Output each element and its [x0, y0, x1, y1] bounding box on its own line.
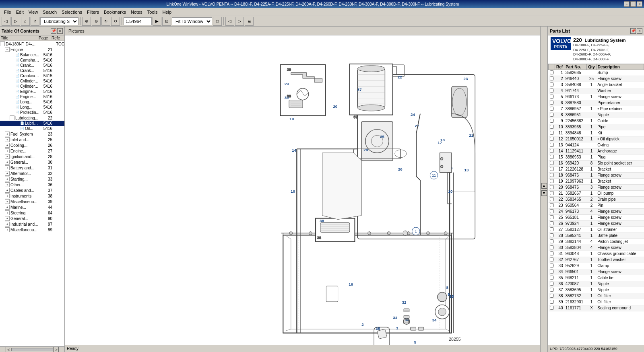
row-checkbox[interactable]	[549, 233, 555, 239]
toc-item[interactable]: +Starting...33	[0, 176, 64, 182]
table-row[interactable]: 32 942767 1 Toothed washer	[549, 257, 644, 263]
table-row[interactable]: 17 21226128 1 Bracket	[549, 166, 644, 172]
toc-item[interactable]: 📄Long...5416	[0, 105, 64, 110]
row-checkbox[interactable]	[549, 118, 555, 124]
toc-item[interactable]: 📄Lubricati...5416	[0, 121, 64, 126]
toc-item[interactable]: 📄Crank...5416	[0, 68, 64, 73]
tree-expander[interactable]: +	[5, 199, 10, 204]
row-checkbox[interactable]	[549, 269, 555, 275]
row-checkbox[interactable]	[549, 287, 555, 293]
refresh-button[interactable]: ↺	[31, 17, 39, 26]
row-checkbox[interactable]	[549, 226, 555, 233]
row-checkbox[interactable]	[549, 112, 555, 118]
toc-item[interactable]: 📄Cylinder...5416	[0, 84, 64, 89]
menu-tools[interactable]: Tools	[145, 9, 160, 15]
tree-expander[interactable]: +	[5, 165, 10, 170]
tree-expander[interactable]: +	[5, 143, 10, 148]
menu-selections[interactable]: Selections	[59, 9, 85, 15]
table-row[interactable]: 35 948211 1 Cable tie	[549, 275, 644, 281]
prev-page-button[interactable]: ◁	[225, 17, 234, 26]
tree-expander[interactable]: +	[5, 193, 10, 198]
table-row[interactable]: 12 21650012 1 • Oil dipstick	[549, 136, 644, 142]
tree-expander[interactable]: +	[5, 177, 10, 181]
row-checkbox[interactable]	[549, 106, 555, 112]
menu-filters[interactable]: Filters	[85, 9, 101, 15]
parts-tbody[interactable]: 1 3582685 Sump 2 946440 25 Flange screw …	[549, 70, 644, 311]
table-row[interactable]: 33 952629 1 Clamp	[549, 263, 644, 269]
table-row[interactable]: 27 3583127 1 Oil strainer	[549, 226, 644, 233]
table-row[interactable]: 2 946440 25 Flange screw	[549, 76, 644, 82]
toc-item[interactable]: +Fuel System23	[0, 131, 64, 137]
tree-expander[interactable]: +	[5, 137, 10, 142]
row-checkbox[interactable]	[549, 281, 555, 287]
row-checkbox[interactable]	[549, 142, 555, 148]
table-row[interactable]: 23 950564 2 Pin	[549, 202, 644, 208]
row-checkbox[interactable]	[549, 124, 555, 130]
row-checkbox[interactable]	[549, 299, 555, 305]
tree-expander[interactable]: +	[5, 205, 10, 210]
row-checkbox[interactable]	[549, 166, 555, 172]
parts-table-container[interactable]: Ref Part No. Qty Description 1 3582685 S…	[548, 64, 644, 345]
table-row[interactable]: 36 423087 1 Nipple	[549, 281, 644, 287]
toc-pin-button[interactable]: 📌	[51, 28, 56, 34]
row-checkbox[interactable]	[549, 214, 555, 220]
toc-item[interactable]: +Cables and...37	[0, 187, 64, 193]
row-checkbox[interactable]	[549, 190, 555, 196]
toc-body[interactable]: −D4-180I-F, D4-...TOC−Engine21📄Balancer.…	[0, 41, 64, 346]
row-checkbox[interactable]	[549, 220, 555, 226]
tree-expander[interactable]: +	[5, 148, 10, 153]
toc-item[interactable]: +Other...36	[0, 182, 64, 187]
tree-expander[interactable]: +	[5, 171, 10, 176]
table-row[interactable]: 22 3583465 2 Drain pipe	[549, 196, 644, 202]
tree-expander[interactable]: +	[5, 227, 10, 232]
row-checkbox[interactable]	[549, 154, 555, 160]
tree-expander[interactable]: +	[5, 132, 10, 136]
tree-expander[interactable]: −	[5, 47, 10, 52]
table-row[interactable]: 4 941744 Washer	[549, 88, 644, 94]
table-row[interactable]: 19 21997963 1 Bracket	[549, 178, 644, 184]
menu-notes[interactable]: Notes	[128, 9, 145, 15]
toc-item[interactable]: +Inlet and...25	[0, 137, 64, 142]
row-checkbox[interactable]	[549, 257, 555, 263]
row-checkbox[interactable]	[549, 82, 555, 88]
tree-expander[interactable]: +	[5, 210, 10, 215]
table-row[interactable]: 26 973924 1 Flange screw	[549, 220, 644, 226]
menu-file[interactable]: File	[2, 9, 14, 15]
table-row[interactable]: 24 946173 4 Flange screw	[549, 208, 644, 214]
toc-item[interactable]: +Miscellaneou...99	[0, 227, 64, 233]
row-checkbox[interactable]	[549, 130, 555, 136]
toc-item[interactable]: +General...30	[0, 159, 64, 165]
minimize-button[interactable]: −	[624, 1, 630, 7]
table-row[interactable]: 34 946501 1 Flange screw	[549, 269, 644, 275]
close-button[interactable]: ×	[637, 1, 642, 7]
toc-close-button[interactable]: ×	[57, 28, 63, 34]
row-checkbox[interactable]	[549, 70, 555, 76]
tree-expander[interactable]: −	[0, 41, 5, 46]
fit-combo[interactable]: Fit To Window	[172, 17, 212, 25]
table-row[interactable]: 1 3582685 Sump	[549, 70, 644, 76]
toc-item[interactable]: +Instruments38	[0, 193, 64, 199]
toc-item[interactable]: −D4-180I-F, D4-...TOC	[0, 41, 64, 47]
toc-item[interactable]: 📄Long...5416	[0, 99, 64, 105]
table-row[interactable]: 15 3886953 1 Plug	[549, 154, 644, 160]
row-checkbox[interactable]	[549, 305, 555, 311]
fit-button[interactable]: □	[213, 17, 222, 26]
section-combo[interactable]: Lubricating S	[40, 17, 78, 25]
toc-item[interactable]: +Ignition and...28	[0, 154, 64, 159]
row-checkbox[interactable]	[549, 251, 555, 257]
toc-item[interactable]: −Engine21	[0, 47, 64, 52]
toc-item[interactable]: +Battery and...31	[0, 165, 64, 171]
rotate-cw-button[interactable]: ↻	[101, 17, 110, 26]
print-button[interactable]: 🖨	[245, 17, 254, 26]
toc-item[interactable]: 📄Crankcas...5415	[0, 73, 64, 78]
table-row[interactable]: 13 944124 O-ring	[549, 142, 644, 148]
row-checkbox[interactable]	[549, 275, 555, 281]
menu-help[interactable]: Help	[160, 9, 174, 15]
row-checkbox[interactable]	[549, 208, 555, 214]
toc-item[interactable]: +Steering64	[0, 210, 64, 216]
parts-close-button[interactable]: ×	[637, 28, 642, 34]
row-checkbox[interactable]	[549, 172, 555, 178]
table-row[interactable]: 3 3584088 1 Angle bracket	[549, 82, 644, 88]
home-button[interactable]: ⌂	[21, 17, 30, 26]
table-row[interactable]: 18 968476 1 Flange screw	[549, 172, 644, 178]
